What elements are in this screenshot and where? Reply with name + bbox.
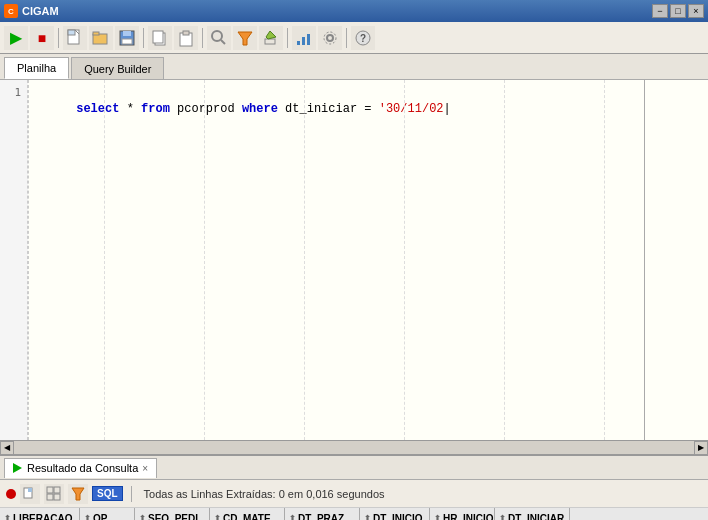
main-toolbar: ▶ ■ ? [0, 22, 708, 54]
results-export-button[interactable] [20, 484, 40, 504]
svg-rect-7 [122, 39, 132, 44]
new-button[interactable] [63, 26, 87, 50]
svg-rect-19 [307, 34, 310, 45]
copy-button[interactable] [148, 26, 172, 50]
scroll-left-button[interactable]: ◀ [0, 441, 14, 455]
col-header-dt-praz[interactable]: ⬆ DT_PRAZ... [285, 508, 360, 520]
line-numbers: 1 [0, 80, 28, 440]
results-close-button[interactable]: × [142, 463, 148, 474]
sql-label: SQL [92, 486, 123, 501]
edit-button[interactable] [259, 26, 283, 50]
svg-marker-30 [72, 488, 84, 500]
svg-rect-15 [265, 39, 275, 44]
title-bar: C CIGAM − □ × [0, 0, 708, 22]
scroll-right-button[interactable]: ▶ [694, 441, 708, 455]
editor-line-1: select * from pcorprod where dt_iniciar … [33, 82, 704, 136]
editor-container: 1 select * from pcorprod where dt_inicia… [0, 80, 708, 440]
results-separator [131, 486, 132, 502]
col-header-dt-inicio[interactable]: ⬆ DT_INICIO [360, 508, 430, 520]
col-header-op[interactable]: ⬆ OP [80, 508, 135, 520]
results-header: ⬆ LIBERACAO ⬆ OP ⬆ SEQ_PEDI... ⬆ CD_MATE… [0, 508, 708, 520]
col-header-seq-pedi[interactable]: ⬆ SEQ_PEDI... [135, 508, 210, 520]
app-title: CIGAM [22, 5, 652, 17]
editor-tabs: Planilha Query Builder [0, 54, 708, 80]
toolbar-sep-1 [58, 28, 59, 48]
svg-rect-25 [28, 488, 32, 492]
col-header-hr-inicio[interactable]: ⬆ HR_INICIO [430, 508, 495, 520]
chart-button[interactable] [292, 26, 316, 50]
window-controls[interactable]: − □ × [652, 4, 704, 18]
editor-area[interactable]: select * from pcorprod where dt_iniciar … [28, 80, 708, 440]
svg-rect-27 [54, 487, 60, 493]
paste-button[interactable] [174, 26, 198, 50]
svg-point-12 [212, 31, 222, 41]
svg-rect-6 [123, 31, 131, 36]
close-button[interactable]: × [688, 4, 704, 18]
svg-line-13 [221, 40, 225, 44]
col-header-dt-iniciar[interactable]: ⬆ DT_INICIAR [495, 508, 570, 520]
save-button[interactable] [115, 26, 139, 50]
settings-button[interactable] [318, 26, 342, 50]
svg-rect-17 [297, 41, 300, 45]
toolbar-sep-3 [202, 28, 203, 48]
help-button[interactable]: ? [351, 26, 375, 50]
horizontal-scrollbar[interactable]: ◀ ▶ [0, 440, 708, 454]
svg-marker-16 [266, 31, 276, 39]
results-tab-bar: Resultado da Consulta × [0, 456, 708, 480]
svg-marker-14 [238, 32, 252, 45]
results-grid-button[interactable] [44, 484, 64, 504]
svg-rect-11 [183, 31, 189, 35]
filter-button[interactable] [233, 26, 257, 50]
toolbar-sep-4 [287, 28, 288, 48]
search-button[interactable] [207, 26, 231, 50]
svg-rect-29 [54, 494, 60, 500]
svg-rect-9 [153, 31, 163, 43]
minimize-button[interactable]: − [652, 4, 668, 18]
results-play-icon [13, 463, 23, 473]
svg-rect-28 [47, 494, 53, 500]
run-button[interactable]: ▶ [4, 26, 28, 50]
app-logo: C [4, 4, 18, 18]
svg-point-20 [327, 35, 333, 41]
svg-rect-4 [93, 32, 99, 35]
col-header-cd-mate[interactable]: ⬆ CD_MATE... [210, 508, 285, 520]
col-header-liberacao[interactable]: ⬆ LIBERACAO [0, 508, 80, 520]
results-grid: ⬆ LIBERACAO ⬆ OP ⬆ SEQ_PEDI... ⬆ CD_MATE… [0, 508, 708, 520]
svg-point-21 [324, 32, 336, 44]
results-info: Todas as Linhas Extraídas: 0 em 0,016 se… [144, 488, 385, 500]
open-button[interactable] [89, 26, 113, 50]
svg-rect-26 [47, 487, 53, 493]
svg-text:?: ? [360, 33, 366, 44]
results-panel: Resultado da Consulta × SQL Todas as Lin… [0, 454, 708, 520]
toolbar-sep-5 [346, 28, 347, 48]
stop-button[interactable]: ■ [30, 26, 54, 50]
results-filter-button[interactable] [68, 484, 88, 504]
toolbar-sep-2 [143, 28, 144, 48]
results-tab[interactable]: Resultado da Consulta × [4, 458, 157, 478]
tab-planilha[interactable]: Planilha [4, 57, 69, 79]
svg-rect-1 [68, 30, 75, 35]
results-toolbar: SQL Todas as Linhas Extraídas: 0 em 0,01… [0, 480, 708, 508]
stop-indicator [6, 489, 16, 499]
tab-query-builder[interactable]: Query Builder [71, 57, 164, 79]
maximize-button[interactable]: □ [670, 4, 686, 18]
svg-rect-18 [302, 37, 305, 45]
